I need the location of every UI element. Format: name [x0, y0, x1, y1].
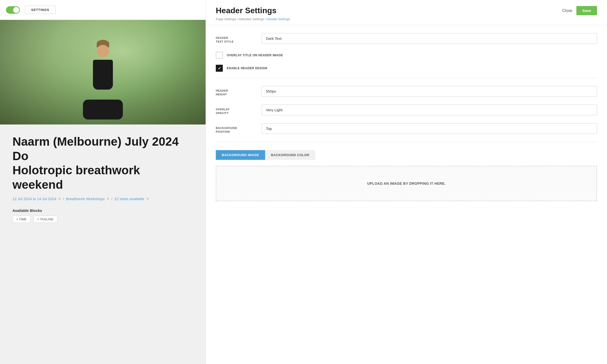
breadcrumb-part3[interactable]: Header Settings	[267, 17, 290, 21]
header-actions: Close Save	[562, 6, 597, 15]
top-bar: SETTINGS	[0, 0, 206, 20]
breadcrumb-sep2: /	[265, 17, 267, 21]
block-buttons: + TIME + TAGLINE	[12, 216, 193, 223]
overlay-title-label: OVERLAY TITLE ON HEADER IMAGE	[227, 54, 283, 57]
enable-header-label: ENABLE HEADER DESIGN	[227, 66, 267, 70]
hero-figure	[78, 37, 128, 124]
settings-form: HEADERTEXT STYLE OVERLAY TITLE ON HEADER…	[206, 25, 607, 364]
event-category: Breathwork Workshops	[66, 197, 105, 201]
overlay-title-checkbox[interactable]	[216, 52, 223, 59]
content-area: Naarm (Melbourne) July 2024 DoHolotropic…	[0, 124, 206, 364]
header-height-label: HEADERHEIGHT	[216, 86, 256, 97]
header-text-style-input[interactable]	[262, 33, 597, 44]
save-button[interactable]: Save	[576, 6, 597, 15]
overlay-title-row: OVERLAY TITLE ON HEADER IMAGE	[216, 52, 597, 59]
background-position-input[interactable]	[262, 123, 597, 134]
hero-image	[0, 20, 206, 124]
header-height-row: HEADERHEIGHT	[216, 86, 597, 97]
tab-background-image[interactable]: BACKGROUND IMAGE	[216, 150, 265, 160]
divider-2	[216, 142, 597, 142]
settings-header: Header Settings Page Settings / Attendee…	[206, 0, 607, 25]
figure-torso	[93, 60, 113, 90]
figure-head	[97, 45, 109, 57]
breadcrumb: Page Settings / Attendee Settings / Head…	[216, 17, 290, 21]
background-position-label: BACKGROUNDPOSITION	[216, 123, 256, 134]
breadcrumb-part1: Page Settings	[216, 17, 236, 21]
left-panel: SETTINGS Naarm (Melbourne) July 2024 DoH…	[0, 0, 206, 364]
available-blocks-label: Available Blocks	[12, 208, 193, 213]
event-meta: 12 Jul 2024 to 14 Jul 2024 ✕ / Breathwor…	[12, 197, 193, 201]
panel-title: Header Settings	[216, 6, 290, 15]
date-remove[interactable]: ✕	[58, 197, 61, 201]
right-panel: Header Settings Page Settings / Attendee…	[206, 0, 607, 364]
settings-header-left: Header Settings Page Settings / Attendee…	[216, 6, 290, 21]
header-text-style-row: HEADERTEXT STYLE	[216, 33, 597, 44]
block-time-button[interactable]: + TIME	[12, 216, 30, 223]
event-date: 12 Jul 2024 to 14 Jul 2024	[12, 197, 56, 201]
header-height-input[interactable]	[262, 86, 597, 97]
enable-header-row: ✓ ENABLE HEADER DESIGN	[216, 65, 597, 72]
seats-remove[interactable]: ✕	[146, 197, 149, 201]
close-button[interactable]: Close	[562, 8, 572, 13]
event-title: Naarm (Melbourne) July 2024 DoHolotropic…	[12, 134, 193, 192]
overlay-opacity-label: OVERLAYOPACITY	[216, 105, 256, 115]
block-tagline-button[interactable]: + TAGLINE	[33, 216, 57, 223]
overlay-opacity-input[interactable]	[262, 105, 597, 115]
background-position-row: BACKGROUNDPOSITION	[216, 123, 597, 134]
category-remove[interactable]: ✕	[107, 197, 109, 201]
overlay-opacity-row: OVERLAYOPACITY	[216, 105, 597, 115]
upload-text: UPLOAD AN IMAGE BY DROPPING IT HERE.	[367, 182, 446, 185]
tab-background-color[interactable]: BACKGROUND COLOR	[265, 150, 315, 160]
divider-1	[216, 78, 597, 78]
breadcrumb-part2: Attendee Settings	[238, 17, 264, 21]
event-seats: 22 seats available	[114, 197, 144, 201]
check-icon: ✓	[218, 66, 221, 71]
tab-row: BACKGROUND IMAGE BACKGROUND COLOR	[216, 150, 597, 160]
header-text-style-label: HEADERTEXT STYLE	[216, 33, 256, 44]
settings-button[interactable]: SETTINGS	[25, 6, 56, 14]
figure-legs	[83, 100, 123, 120]
toggle-knob	[13, 7, 19, 13]
enable-header-checkbox[interactable]: ✓	[216, 65, 223, 72]
upload-area[interactable]: UPLOAD AN IMAGE BY DROPPING IT HERE.	[216, 166, 597, 201]
toggle-switch[interactable]	[6, 6, 20, 14]
